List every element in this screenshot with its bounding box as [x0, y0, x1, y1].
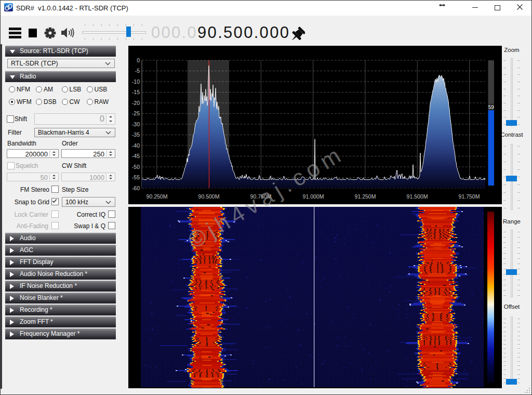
svg-text:-15: -15: [132, 89, 140, 95]
svg-text:-25: -25: [132, 110, 140, 116]
svg-text:-30: -30: [132, 121, 140, 127]
svg-text:91.000M: 91.000M: [303, 193, 324, 200]
svg-text:-20: -20: [132, 100, 140, 106]
svg-text:90.250M: 90.250M: [147, 193, 168, 200]
svg-text:59: 59: [488, 104, 495, 110]
svg-text:-45: -45: [132, 153, 140, 159]
svg-text:0: 0: [137, 57, 140, 63]
svg-text:-55: -55: [132, 174, 140, 180]
svg-text:-10: -10: [132, 78, 140, 85]
svg-text:-50: -50: [132, 164, 140, 170]
svg-text:-60: -60: [132, 185, 140, 191]
svg-text:-5: -5: [135, 68, 140, 74]
svg-text:91.500M: 91.500M: [407, 193, 428, 200]
svg-text:91.750M: 91.750M: [459, 193, 480, 200]
svg-text:-40: -40: [132, 142, 140, 149]
svg-text:90.750M: 90.750M: [250, 193, 272, 200]
svg-text:91.250M: 91.250M: [355, 193, 376, 200]
svg-text:-35: -35: [132, 131, 140, 138]
svg-text:90.500M: 90.500M: [198, 193, 220, 200]
